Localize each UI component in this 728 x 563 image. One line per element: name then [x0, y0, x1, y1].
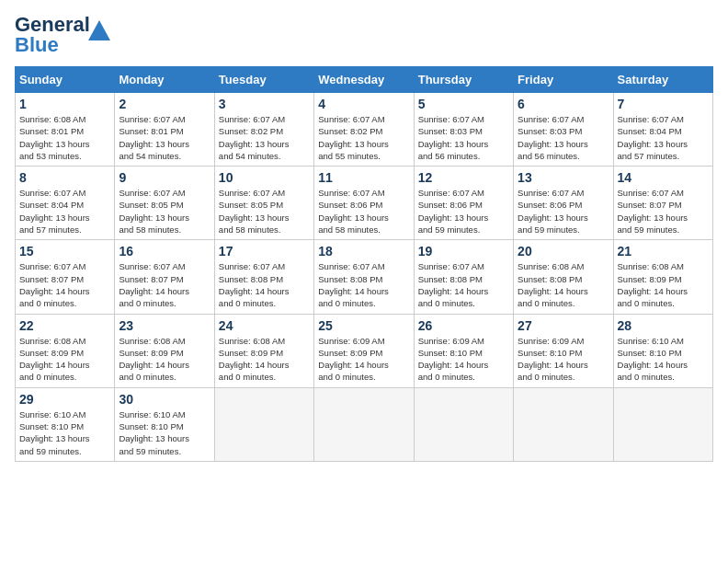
calendar-cell: 6Sunrise: 6:07 AM Sunset: 8:03 PM Daylig… — [514, 93, 613, 167]
weekday-header-thursday: Thursday — [414, 67, 513, 93]
day-info: Sunrise: 6:07 AM Sunset: 8:08 PM Dayligh… — [418, 260, 509, 309]
day-info: Sunrise: 6:07 AM Sunset: 8:04 PM Dayligh… — [618, 113, 709, 162]
day-number: 21 — [618, 244, 709, 259]
day-number: 4 — [318, 97, 409, 111]
day-number: 19 — [418, 244, 509, 259]
day-number: 25 — [318, 318, 409, 333]
calendar-cell — [214, 387, 313, 461]
day-number: 5 — [418, 97, 509, 111]
day-number: 23 — [119, 318, 210, 333]
calendar-cell: 30Sunrise: 6:10 AM Sunset: 8:10 PM Dayli… — [115, 387, 214, 461]
day-number: 29 — [19, 392, 110, 407]
day-info: Sunrise: 6:10 AM Sunset: 8:10 PM Dayligh… — [19, 408, 110, 457]
day-number: 3 — [219, 97, 310, 111]
calendar-cell: 11Sunrise: 6:07 AM Sunset: 8:06 PM Dayli… — [314, 167, 414, 240]
day-info: Sunrise: 6:08 AM Sunset: 8:09 PM Dayligh… — [119, 335, 210, 384]
day-info: Sunrise: 6:07 AM Sunset: 8:02 PM Dayligh… — [318, 113, 409, 162]
day-info: Sunrise: 6:07 AM Sunset: 8:03 PM Dayligh… — [418, 113, 509, 162]
day-number: 6 — [518, 97, 609, 111]
day-info: Sunrise: 6:10 AM Sunset: 8:10 PM Dayligh… — [119, 408, 210, 457]
day-info: Sunrise: 6:07 AM Sunset: 8:07 PM Dayligh… — [19, 260, 110, 309]
calendar-cell: 24Sunrise: 6:08 AM Sunset: 8:09 PM Dayli… — [214, 314, 313, 387]
calendar-cell: 14Sunrise: 6:07 AM Sunset: 8:07 PM Dayli… — [613, 167, 712, 240]
day-info: Sunrise: 6:07 AM Sunset: 8:07 PM Dayligh… — [119, 260, 210, 309]
calendar-cell: 26Sunrise: 6:09 AM Sunset: 8:10 PM Dayli… — [414, 314, 513, 387]
calendar-cell — [314, 387, 414, 461]
day-info: Sunrise: 6:09 AM Sunset: 8:09 PM Dayligh… — [318, 335, 409, 384]
logo: General Blue — [15, 15, 112, 55]
day-info: Sunrise: 6:08 AM Sunset: 8:09 PM Dayligh… — [19, 335, 110, 384]
calendar-cell — [414, 387, 513, 461]
calendar-header-row: SundayMondayTuesdayWednesdayThursdayFrid… — [16, 67, 713, 93]
day-number: 14 — [618, 170, 709, 185]
weekday-header-tuesday: Tuesday — [214, 67, 313, 93]
day-number: 2 — [119, 97, 210, 111]
calendar-cell — [613, 387, 712, 461]
calendar-week-1: 1Sunrise: 6:08 AM Sunset: 8:01 PM Daylig… — [16, 93, 713, 167]
calendar-cell: 21Sunrise: 6:08 AM Sunset: 8:09 PM Dayli… — [613, 240, 712, 314]
day-info: Sunrise: 6:08 AM Sunset: 8:09 PM Dayligh… — [219, 335, 310, 384]
day-number: 30 — [119, 392, 210, 407]
calendar-cell: 28Sunrise: 6:10 AM Sunset: 8:10 PM Dayli… — [613, 314, 712, 387]
day-number: 16 — [119, 244, 210, 259]
day-info: Sunrise: 6:07 AM Sunset: 8:08 PM Dayligh… — [318, 260, 409, 309]
calendar-cell: 18Sunrise: 6:07 AM Sunset: 8:08 PM Dayli… — [314, 240, 414, 314]
day-info: Sunrise: 6:07 AM Sunset: 8:08 PM Dayligh… — [219, 260, 310, 309]
calendar-cell: 4Sunrise: 6:07 AM Sunset: 8:02 PM Daylig… — [314, 93, 414, 167]
calendar-cell: 19Sunrise: 6:07 AM Sunset: 8:08 PM Dayli… — [414, 240, 513, 314]
calendar-cell: 9Sunrise: 6:07 AM Sunset: 8:05 PM Daylig… — [115, 167, 214, 240]
calendar-week-2: 8Sunrise: 6:07 AM Sunset: 8:04 PM Daylig… — [16, 167, 713, 240]
day-number: 27 — [518, 318, 609, 333]
calendar-cell — [514, 387, 613, 461]
day-number: 20 — [518, 244, 609, 259]
day-number: 9 — [119, 170, 210, 185]
page-header: General Blue — [15, 15, 713, 55]
day-number: 10 — [219, 170, 310, 185]
day-info: Sunrise: 6:07 AM Sunset: 8:06 PM Dayligh… — [518, 187, 609, 236]
calendar-cell: 3Sunrise: 6:07 AM Sunset: 8:02 PM Daylig… — [214, 93, 313, 167]
day-info: Sunrise: 6:07 AM Sunset: 8:07 PM Dayligh… — [618, 187, 709, 236]
logo-blue: Blue — [15, 33, 59, 56]
calendar-cell: 22Sunrise: 6:08 AM Sunset: 8:09 PM Dayli… — [16, 314, 115, 387]
weekday-header-sunday: Sunday — [16, 67, 115, 93]
day-info: Sunrise: 6:07 AM Sunset: 8:03 PM Dayligh… — [518, 113, 609, 162]
day-info: Sunrise: 6:08 AM Sunset: 8:09 PM Dayligh… — [618, 260, 709, 309]
calendar-cell: 13Sunrise: 6:07 AM Sunset: 8:06 PM Dayli… — [514, 167, 613, 240]
day-number: 18 — [318, 244, 409, 259]
calendar-cell: 1Sunrise: 6:08 AM Sunset: 8:01 PM Daylig… — [16, 93, 115, 167]
calendar-cell: 12Sunrise: 6:07 AM Sunset: 8:06 PM Dayli… — [414, 167, 513, 240]
logo-triangle-icon — [86, 18, 112, 44]
weekday-header-wednesday: Wednesday — [314, 67, 414, 93]
calendar-cell: 16Sunrise: 6:07 AM Sunset: 8:07 PM Dayli… — [115, 240, 214, 314]
day-number: 12 — [418, 170, 509, 185]
logo-text: General Blue — [15, 15, 90, 55]
calendar-cell: 27Sunrise: 6:09 AM Sunset: 8:10 PM Dayli… — [514, 314, 613, 387]
day-info: Sunrise: 6:08 AM Sunset: 8:01 PM Dayligh… — [19, 113, 110, 162]
day-info: Sunrise: 6:07 AM Sunset: 8:02 PM Dayligh… — [219, 113, 310, 162]
calendar-cell: 10Sunrise: 6:07 AM Sunset: 8:05 PM Dayli… — [214, 167, 313, 240]
calendar-cell: 29Sunrise: 6:10 AM Sunset: 8:10 PM Dayli… — [16, 387, 115, 461]
weekday-header-saturday: Saturday — [613, 67, 712, 93]
day-number: 24 — [219, 318, 310, 333]
day-number: 26 — [418, 318, 509, 333]
day-number: 1 — [19, 97, 110, 111]
day-number: 22 — [19, 318, 110, 333]
day-info: Sunrise: 6:07 AM Sunset: 8:06 PM Dayligh… — [418, 187, 509, 236]
svg-marker-0 — [88, 20, 110, 40]
calendar-week-4: 22Sunrise: 6:08 AM Sunset: 8:09 PM Dayli… — [16, 314, 713, 387]
calendar-cell: 20Sunrise: 6:08 AM Sunset: 8:08 PM Dayli… — [514, 240, 613, 314]
calendar-cell: 5Sunrise: 6:07 AM Sunset: 8:03 PM Daylig… — [414, 93, 513, 167]
day-number: 28 — [618, 318, 709, 333]
calendar-cell: 23Sunrise: 6:08 AM Sunset: 8:09 PM Dayli… — [115, 314, 214, 387]
day-number: 7 — [618, 97, 709, 111]
day-info: Sunrise: 6:07 AM Sunset: 8:01 PM Dayligh… — [119, 113, 210, 162]
day-number: 13 — [518, 170, 609, 185]
day-number: 8 — [19, 170, 110, 185]
calendar-cell: 25Sunrise: 6:09 AM Sunset: 8:09 PM Dayli… — [314, 314, 414, 387]
day-info: Sunrise: 6:07 AM Sunset: 8:05 PM Dayligh… — [119, 187, 210, 236]
calendar-cell: 15Sunrise: 6:07 AM Sunset: 8:07 PM Dayli… — [16, 240, 115, 314]
weekday-header-monday: Monday — [115, 67, 214, 93]
day-info: Sunrise: 6:07 AM Sunset: 8:05 PM Dayligh… — [219, 187, 310, 236]
day-number: 15 — [19, 244, 110, 259]
calendar-cell: 17Sunrise: 6:07 AM Sunset: 8:08 PM Dayli… — [214, 240, 313, 314]
